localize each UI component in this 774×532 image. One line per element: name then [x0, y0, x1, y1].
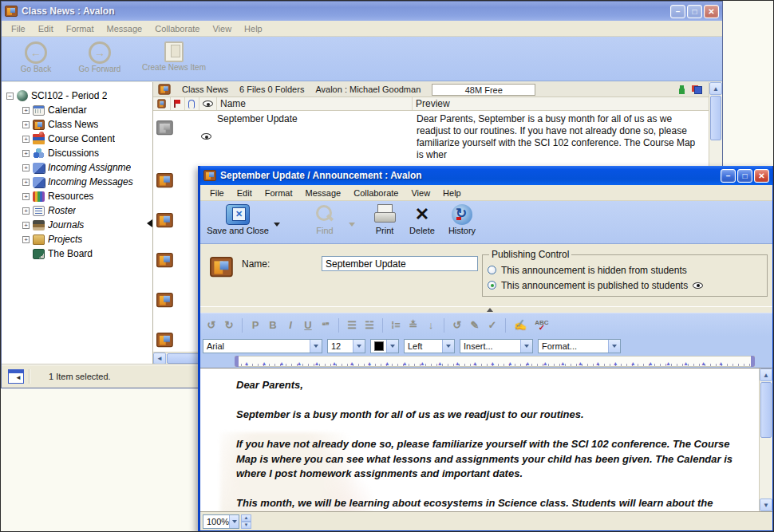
close-button[interactable]: ✕	[754, 169, 769, 183]
tree-item-roster[interactable]: + Roster	[2, 203, 152, 218]
expand-icon[interactable]: +	[22, 193, 30, 200]
ruler[interactable]: ▴▴▴▴▴▴▴▴▴▴▴▴▴▴▴▴▴▴▴▴▴▴▴▴▴▴▴▴	[200, 355, 772, 368]
create-news-item-button[interactable]: Create News Item	[134, 40, 214, 72]
go-back-button[interactable]: ← Go Back	[6, 40, 65, 73]
radio-button-checked[interactable]	[488, 281, 496, 290]
ruler-bar[interactable]: ▴▴▴▴▴▴▴▴▴▴▴▴▴▴▴▴▴▴▴▴▴▴▴▴▴▴▴▴	[235, 356, 755, 367]
dropdown-arrow-icon[interactable]	[353, 340, 365, 353]
editor-vertical-scrollbar[interactable]: ▲ ▼	[759, 368, 772, 511]
left-indent-marker[interactable]	[235, 356, 239, 367]
menu-format[interactable]: Format	[259, 187, 299, 199]
menu-edit[interactable]: Edit	[32, 22, 60, 35]
dropdown-arrow-icon[interactable]	[310, 340, 322, 353]
insert-dropdown[interactable]: Insert...	[460, 339, 533, 353]
dropdown-arrow-icon[interactable]	[386, 340, 398, 353]
menu-message[interactable]: Message	[101, 22, 149, 35]
tree-root-sci102[interactable]: − SCI102 - Period 2	[2, 89, 152, 103]
scroll-down-arrow[interactable]: ▼	[760, 499, 772, 511]
scrollbar-thumb[interactable]	[760, 382, 772, 438]
radio-button-unchecked[interactable]	[488, 266, 496, 274]
go-forward-button[interactable]: → Go Forward	[70, 40, 129, 73]
radio-published-to-students[interactable]: This announcement is published to studen…	[488, 278, 762, 293]
tree-item-discussions[interactable]: + Discussions	[2, 146, 152, 160]
expand-icon[interactable]: +	[22, 222, 30, 229]
font-family-dropdown[interactable]: Arial	[203, 339, 322, 353]
approve-pen-icon[interactable]: ✓	[488, 319, 497, 331]
menu-view[interactable]: View	[405, 187, 436, 199]
underline-icon[interactable]: U	[303, 319, 313, 331]
tree-item-resources[interactable]: + Resources	[2, 189, 152, 203]
zoom-level-dropdown[interactable]: 100%	[203, 514, 239, 529]
signature-icon[interactable]: ✍	[514, 319, 527, 331]
spinner-up-icon[interactable]: ▲	[241, 514, 251, 522]
save-dropdown-arrow[interactable]	[274, 223, 280, 227]
expand-icon[interactable]: +	[22, 179, 30, 186]
name-input[interactable]	[322, 256, 478, 271]
zoom-spinner[interactable]: ▲ ▼	[241, 514, 251, 529]
find-dropdown-arrow[interactable]	[349, 223, 355, 227]
collapse-icon[interactable]: −	[6, 93, 14, 100]
announcement-titlebar[interactable]: September Update / Announcement : Avalon…	[200, 166, 772, 185]
delete-button[interactable]: ✕ Delete	[403, 203, 441, 236]
bullet-list-icon[interactable]: ☱	[365, 319, 374, 331]
tree-item-course-content[interactable]: + Course Content	[2, 132, 152, 146]
column-published[interactable]	[199, 97, 217, 110]
menu-collaborate[interactable]: Collaborate	[148, 22, 206, 35]
spinner-down-icon[interactable]: ▼	[241, 522, 251, 529]
maximize-button[interactable]: □	[737, 169, 752, 183]
menu-edit[interactable]: Edit	[231, 187, 259, 199]
minimize-button[interactable]: –	[670, 5, 685, 18]
menu-file[interactable]: File	[5, 22, 32, 35]
list-item-september-update[interactable]: September Update Dear Parents, September…	[153, 111, 722, 164]
plain-style-icon[interactable]: P	[251, 319, 260, 331]
tree-item-projects[interactable]: + Projects	[2, 232, 152, 246]
font-size-dropdown[interactable]: 12	[327, 339, 365, 353]
menu-help[interactable]: Help	[436, 187, 468, 199]
tree-item-calendar[interactable]: + Calendar	[2, 103, 152, 117]
scroll-left-arrow[interactable]: ◄	[153, 353, 166, 365]
menu-collaborate[interactable]: Collaborate	[347, 187, 405, 199]
history-button[interactable]: History	[441, 203, 483, 236]
numbered-list-icon[interactable]: ☰	[347, 319, 357, 331]
class-news-titlebar[interactable]: Class News : Avalon – □ ✕	[2, 2, 722, 21]
tree-item-incoming-messages[interactable]: + Incoming Messages	[2, 175, 152, 189]
scrollbar-thumb[interactable]	[710, 96, 721, 140]
spellcheck-icon[interactable]: ABC	[535, 320, 548, 331]
tree-item-class-news[interactable]: + Class News	[2, 117, 152, 132]
close-button[interactable]: ✕	[704, 5, 719, 18]
menu-view[interactable]: View	[206, 22, 238, 35]
font-color-dropdown[interactable]	[370, 339, 399, 353]
column-flag[interactable]	[171, 97, 185, 110]
message-body-editor[interactable]: Dear Parents, September is a busy month …	[200, 368, 772, 511]
tree-item-incoming-assignments[interactable]: + Incoming Assignme	[2, 160, 152, 175]
dropdown-arrow-icon[interactable]	[608, 340, 620, 353]
revert-icon[interactable]: ↺	[452, 319, 462, 331]
message-body-text[interactable]: Dear Parents, September is a busy month …	[236, 378, 740, 511]
expand-icon[interactable]: +	[22, 236, 30, 243]
menu-file[interactable]: File	[203, 187, 231, 199]
dropdown-arrow-icon[interactable]	[229, 515, 239, 528]
expand-icon[interactable]: +	[22, 164, 30, 171]
view-panes-icon[interactable]	[692, 85, 702, 94]
find-button[interactable]: Find	[302, 203, 347, 236]
redo-icon[interactable]: ↻	[224, 319, 234, 331]
menu-message[interactable]: Message	[299, 187, 348, 199]
right-indent-marker[interactable]	[751, 356, 755, 367]
radio-hidden-from-students[interactable]: This announcement is hidden from student…	[488, 262, 762, 278]
expand-icon[interactable]: +	[22, 150, 30, 157]
tree-item-journals[interactable]: + Journals	[2, 218, 152, 232]
column-attachment[interactable]	[185, 97, 199, 110]
expand-icon[interactable]: +	[22, 136, 30, 143]
column-item-icon[interactable]	[153, 97, 171, 110]
expand-icon[interactable]: +	[22, 207, 30, 215]
indent-icon[interactable]: ⁞≡	[391, 319, 401, 331]
tree-item-the-board[interactable]: + The Board	[2, 246, 152, 261]
format-dropdown[interactable]: Format...	[538, 339, 621, 353]
column-name[interactable]: Name	[217, 97, 413, 110]
spacing-icon[interactable]: ≛	[409, 319, 418, 331]
scroll-up-arrow[interactable]: ▲	[760, 368, 772, 381]
print-button[interactable]: Print	[366, 203, 403, 236]
expand-icon[interactable]: +	[22, 121, 30, 128]
menu-help[interactable]: Help	[238, 22, 269, 35]
pen-icon[interactable]: ✎	[470, 319, 480, 331]
